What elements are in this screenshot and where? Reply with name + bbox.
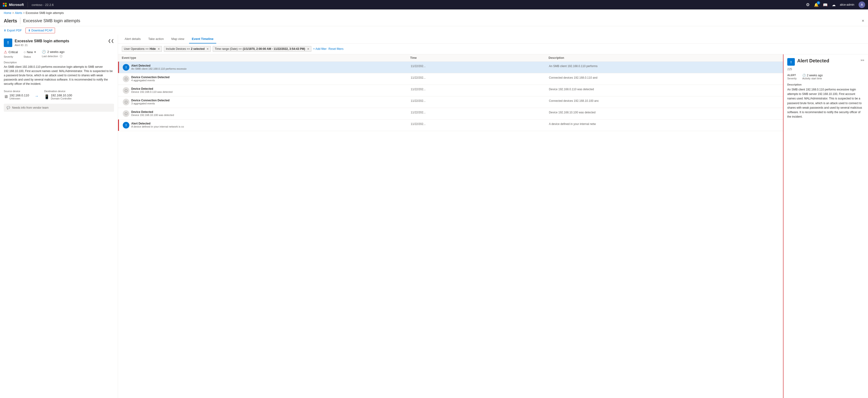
table-row[interactable]: ⬡ Device Detected Device 192.168.0.110 w…	[118, 85, 783, 96]
event-sub: A device defined in your internal networ…	[131, 125, 184, 128]
time-cell: 11/22/202...	[411, 76, 549, 79]
detection-item: 🕐 2 weeks ago Last detection ⓘ	[42, 50, 64, 58]
brand: Microsoft	[3, 3, 24, 7]
time-cell: 11/22/202...	[411, 110, 549, 114]
event-sub: Device 192.168.0.110 was detected	[131, 90, 173, 93]
filter-close-3[interactable]: ✕	[307, 48, 309, 51]
brand-name: Microsoft	[9, 3, 24, 7]
new-status-icon: ○	[24, 50, 26, 54]
navbar-icons: ⚙ 🔔 0 📖 ☁ alice-admin A	[806, 1, 865, 8]
filter-bar: User Operations == Hide ✕ Include Device…	[118, 44, 868, 54]
desc-cell: Connected devices 192.168.10.100 anc	[549, 99, 779, 103]
destination-ip: 192.168.10.100	[51, 93, 72, 97]
description-section: Description An SMB client 192.168.0.110 …	[4, 61, 114, 86]
devices-row: Source device 🖥 192.168.0.110 Unknown → …	[4, 90, 114, 100]
detail-shield-icon: !	[787, 58, 795, 66]
table-container: Event type Time Description ! Alert Dete…	[118, 54, 868, 398]
event-sub: 3 aggregated events	[131, 102, 169, 105]
severity-value: Critical	[8, 50, 18, 54]
filter-close-1[interactable]: ✕	[158, 48, 160, 51]
download-pcap-icon: ⬇	[28, 29, 30, 32]
destination-label: Destination device	[44, 90, 72, 93]
microsoft-logo	[3, 3, 7, 7]
username-label: alice-admin	[840, 3, 854, 6]
source-device: Source device 🖥 192.168.0.110 Unknown	[4, 90, 29, 100]
activity-value: 2 weeks ago	[807, 74, 823, 77]
event-sub: Device 192.168.10.100 was detected	[131, 114, 174, 116]
book-icon[interactable]: 📖	[823, 3, 828, 7]
event-name: Device Detected	[131, 110, 174, 114]
device-icon: ⬡	[123, 110, 129, 117]
event-name: Alert Detected	[131, 64, 186, 67]
detection-value: 2 weeks ago	[47, 50, 64, 54]
desc-cell: An SMB client 192.168.0.110 performs	[549, 64, 779, 68]
filter-user-operations[interactable]: User Operations == Hide ✕	[122, 46, 162, 52]
tab-map-view[interactable]: Map view	[168, 35, 187, 44]
critical-icon: ⚠	[4, 50, 7, 54]
desc-cell: Device 192.168.10.100 was detected	[549, 110, 779, 114]
instance-title: contoso - 22.2.6	[32, 3, 54, 7]
device-icon: ⬡	[123, 99, 129, 105]
detail-description: Description An SMB client 192.168.0.110 …	[787, 83, 864, 119]
description-label: Description	[4, 61, 114, 64]
status-item: ○ New ▼ Status	[24, 50, 36, 58]
settings-icon[interactable]: ⚙	[806, 2, 810, 7]
detail-panel: ! Alert Detected »» 225 ALERT Severity	[783, 54, 868, 398]
detail-desc-text: An SMB client 192.168.0.110 performs exc…	[787, 87, 864, 119]
filter-label-2: Include Devices ==	[166, 47, 190, 51]
info-icon: ⓘ	[60, 55, 62, 58]
table-row[interactable]: ⬡ Device Detected Device 192.168.10.100 …	[118, 108, 783, 119]
detail-header: ! Alert Detected »»	[787, 58, 864, 66]
add-filter-button[interactable]: + Add filter	[313, 47, 327, 51]
destination-device: Destination device 📱 192.168.10.100 Doma…	[44, 90, 72, 100]
filter-close-2[interactable]: ✕	[207, 48, 209, 51]
table-row[interactable]: ! Alert Detected A device defined in you…	[118, 119, 783, 131]
table-row[interactable]: ⬡ Device Connection Detected 4 aggregate…	[118, 73, 783, 85]
filter-time-range[interactable]: Time range (Date) == (1/1/1970, 2:00:00 …	[213, 46, 311, 52]
event-cell: ! Alert Detected An SMB client 192.168.0…	[122, 64, 411, 70]
event-cell: ! Alert Detected A device defined in you…	[122, 122, 411, 129]
breadcrumb: Home > Alerts > Excessive SMB login atte…	[0, 9, 868, 17]
breadcrumb-home[interactable]: Home	[4, 11, 11, 15]
user-avatar[interactable]: A	[859, 1, 865, 8]
collapse-button[interactable]: ❮❮	[108, 38, 114, 43]
status-chevron[interactable]: ▼	[34, 51, 36, 53]
tab-take-action[interactable]: Take action	[146, 35, 167, 44]
right-panel: Alert details Take action Map view Event…	[118, 35, 868, 398]
shield-icon: !	[4, 38, 12, 47]
alert-card-id: Alert ID: 21	[14, 44, 69, 47]
device-icon: ⬡	[123, 76, 129, 82]
page-header: Alerts Excessive SMB login attempts ×	[0, 17, 868, 26]
event-sub: 4 aggregated events	[131, 79, 169, 82]
alert-icon: !	[123, 122, 129, 129]
alert-card-header: ! Excessive SMB login attempts Alert ID:…	[4, 38, 114, 47]
cloud-icon[interactable]: ☁	[832, 3, 836, 7]
table-row[interactable]: ! Alert Detected An SMB client 192.168.0…	[118, 62, 783, 73]
source-type: Unknown	[9, 97, 29, 100]
event-name: Device Connection Detected	[131, 76, 169, 79]
description-text: An SMB client 192.168.0.110 performs exc…	[4, 65, 114, 86]
expand-button[interactable]: »»	[861, 58, 864, 62]
source-label: Source device	[4, 90, 29, 93]
time-cell: 11/22/202...	[411, 99, 549, 103]
notifications-icon[interactable]: 🔔 0	[814, 3, 819, 7]
main-content: ! Excessive SMB login attempts Alert ID:…	[0, 35, 868, 398]
detail-meta: ALERT Severity 🕐 2 weeks ago Activity st…	[787, 74, 864, 80]
export-pdf-button[interactable]: ⬇ Export PDF	[4, 29, 22, 32]
tab-event-timeline[interactable]: Event Timeline	[189, 35, 216, 44]
detail-id: 225	[787, 67, 864, 71]
detail-desc-label: Description	[787, 83, 864, 86]
event-name: Device Detected	[131, 87, 173, 90]
breadcrumb-alerts[interactable]: Alerts	[15, 11, 22, 15]
download-pcap-button[interactable]: ⬇ Download PCAP	[26, 28, 55, 33]
table-row[interactable]: ⬡ Device Connection Detected 3 aggregate…	[118, 96, 783, 108]
destination-type: Domain Controller	[51, 97, 72, 100]
filter-value-3: (1/1/1970, 2:00:00 AM - 11/22/2022, 3:54…	[243, 47, 305, 51]
filter-value-1: Hide	[150, 47, 156, 51]
close-button[interactable]: ×	[862, 19, 864, 23]
filter-include-devices[interactable]: Include Devices == 2 selected ✕	[164, 46, 211, 52]
table-header: Event type Time Description	[118, 54, 783, 62]
reset-filters-button[interactable]: Reset filters	[329, 47, 343, 51]
tab-alert-details[interactable]: Alert details	[122, 35, 144, 44]
desc-cell: A device defined in your internal netw	[549, 122, 779, 126]
